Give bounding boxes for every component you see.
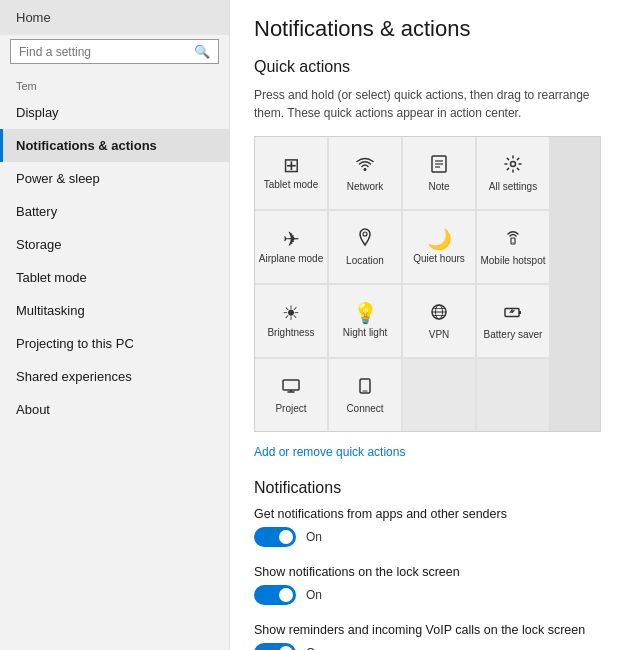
- sidebar-item-notifications[interactable]: Notifications & actions: [0, 129, 229, 162]
- notif-toggle-row-0: On: [254, 527, 601, 547]
- qa-all-settings[interactable]: All settings: [477, 137, 549, 209]
- sidebar-item-multitasking[interactable]: Multitasking: [0, 294, 229, 327]
- qa-note[interactable]: Note: [403, 137, 475, 209]
- notif-item-0: Get notifications from apps and other se…: [254, 507, 601, 547]
- svg-point-5: [511, 161, 516, 166]
- qa-connect-label: Connect: [346, 403, 383, 415]
- qa-all-settings-label: All settings: [489, 181, 537, 193]
- qa-tablet-mode[interactable]: ⊞ Tablet mode: [255, 137, 327, 209]
- sidebar-item-battery[interactable]: Battery: [0, 195, 229, 228]
- notif-label-0: Get notifications from apps and other se…: [254, 507, 601, 521]
- notif-toggle-2[interactable]: [254, 643, 296, 650]
- notif-item-2: Show reminders and incoming VoIP calls o…: [254, 623, 601, 650]
- svg-point-0: [364, 168, 367, 171]
- qa-night-light-label: Night light: [343, 327, 387, 339]
- quiet-hours-icon: 🌙: [427, 229, 452, 249]
- notif-toggle-0[interactable]: [254, 527, 296, 547]
- svg-point-8: [513, 242, 514, 243]
- qa-empty-1: [403, 359, 475, 431]
- qa-tablet-mode-label: Tablet mode: [264, 179, 318, 191]
- connect-icon: [355, 376, 375, 399]
- qa-mobile-hotspot-label: Mobile hotspot: [480, 255, 545, 267]
- qa-battery-saver[interactable]: Battery saver: [477, 285, 549, 357]
- qa-location[interactable]: Location: [329, 211, 401, 283]
- notif-item-1: Show notifications on the lock screen On: [254, 565, 601, 605]
- qa-night-light[interactable]: 💡 Night light: [329, 285, 401, 357]
- airplane-icon: ✈: [283, 229, 300, 249]
- qa-connect[interactable]: Connect: [329, 359, 401, 431]
- svg-rect-19: [283, 380, 299, 390]
- notif-toggle-label-0: On: [306, 530, 322, 544]
- sidebar-item-storage[interactable]: Storage: [0, 228, 229, 261]
- qa-network-label: Network: [347, 181, 384, 193]
- svg-rect-7: [511, 238, 515, 244]
- tablet-mode-icon: ⊞: [283, 155, 300, 175]
- notif-toggle-1[interactable]: [254, 585, 296, 605]
- qa-project-label: Project: [275, 403, 306, 415]
- qa-brightness-label: Brightness: [267, 327, 314, 339]
- svg-point-6: [363, 232, 367, 236]
- qa-network[interactable]: Network: [329, 137, 401, 209]
- notifications-title: Notifications: [254, 479, 601, 497]
- sidebar-item-power[interactable]: Power & sleep: [0, 162, 229, 195]
- notif-label-2: Show reminders and incoming VoIP calls o…: [254, 623, 601, 637]
- main-content: Notifications & actions Quick actions Pr…: [230, 0, 625, 650]
- sidebar-item-display[interactable]: Display: [0, 96, 229, 129]
- qa-brightness[interactable]: ☀ Brightness: [255, 285, 327, 357]
- qa-battery-saver-label: Battery saver: [484, 329, 543, 341]
- qa-mobile-hotspot[interactable]: Mobile hotspot: [477, 211, 549, 283]
- notif-toggle-row-2: On: [254, 643, 601, 650]
- sidebar-item-tablet[interactable]: Tablet mode: [0, 261, 229, 294]
- all-settings-icon: [503, 154, 523, 177]
- qa-vpn-label: VPN: [429, 329, 450, 341]
- mobile-hotspot-icon: [503, 228, 523, 251]
- note-icon: [429, 154, 449, 177]
- notif-toggle-label-2: On: [306, 646, 322, 650]
- qa-location-label: Location: [346, 255, 384, 267]
- qa-vpn[interactable]: VPN: [403, 285, 475, 357]
- sidebar-item-shared[interactable]: Shared experiences: [0, 360, 229, 393]
- battery-saver-icon: [503, 302, 523, 325]
- qa-airplane-label: Airplane mode: [259, 253, 323, 265]
- vpn-icon: [429, 302, 449, 325]
- quick-actions-grid: ⊞ Tablet mode Network: [254, 136, 601, 432]
- qa-airplane[interactable]: ✈ Airplane mode: [255, 211, 327, 283]
- network-icon: [355, 154, 375, 177]
- notif-toggle-row-1: On: [254, 585, 601, 605]
- sidebar-home[interactable]: Home: [0, 0, 229, 35]
- quick-actions-title: Quick actions: [254, 58, 601, 76]
- qa-quiet-hours[interactable]: 🌙 Quiet hours: [403, 211, 475, 283]
- brightness-icon: ☀: [282, 303, 300, 323]
- night-light-icon: 💡: [353, 303, 378, 323]
- project-icon: [281, 376, 301, 399]
- location-icon: [356, 228, 374, 251]
- notif-toggle-label-1: On: [306, 588, 322, 602]
- notif-label-1: Show notifications on the lock screen: [254, 565, 601, 579]
- search-input[interactable]: [19, 45, 194, 59]
- search-icon: 🔍: [194, 44, 210, 59]
- sidebar-item-projecting[interactable]: Projecting to this PC: [0, 327, 229, 360]
- add-remove-link[interactable]: Add or remove quick actions: [254, 445, 405, 459]
- sidebar-item-about[interactable]: About: [0, 393, 229, 426]
- search-box[interactable]: 🔍: [10, 39, 219, 64]
- sidebar-section-label: tem: [0, 74, 229, 96]
- page-title: Notifications & actions: [254, 16, 601, 42]
- qa-empty-2: [477, 359, 549, 431]
- qa-project[interactable]: Project: [255, 359, 327, 431]
- svg-rect-15: [519, 311, 521, 314]
- qa-note-label: Note: [428, 181, 449, 193]
- quick-actions-desc: Press and hold (or select) quick actions…: [254, 86, 601, 122]
- qa-quiet-hours-label: Quiet hours: [413, 253, 465, 265]
- sidebar: Home 🔍 tem Display Notifications & actio…: [0, 0, 230, 650]
